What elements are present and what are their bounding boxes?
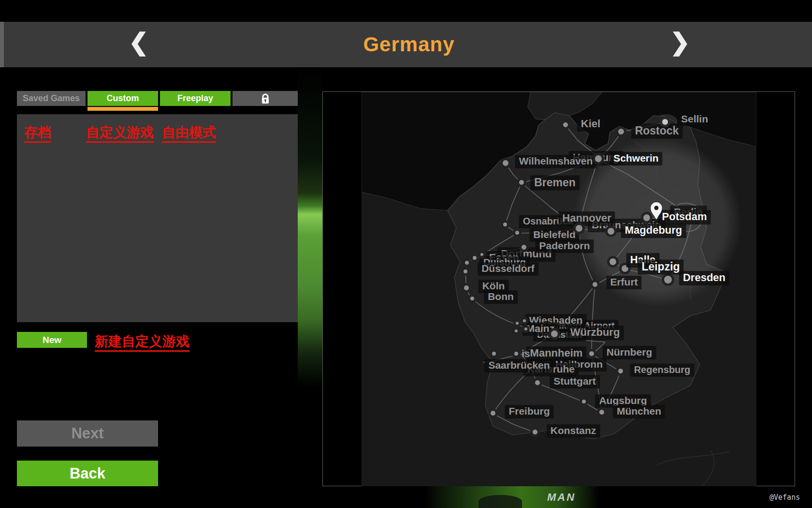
city-dot[interactable] [461, 267, 470, 276]
city-label-leipzig[interactable]: Leipzig [638, 260, 683, 275]
city-dot[interactable] [501, 220, 509, 229]
annotation-custom: 自定义游戏 [86, 125, 154, 143]
city-dot[interactable] [463, 258, 471, 267]
next-country-button[interactable]: ❯ [670, 28, 690, 56]
lock-icon [260, 93, 271, 104]
city-label-saarbr-cken[interactable]: Saarbrücken [484, 359, 553, 373]
city-label-kiel[interactable]: Kiel [577, 117, 604, 132]
city-label-d-sseldorf[interactable]: Düsseldorf [478, 262, 538, 276]
city-dot[interactable] [662, 273, 674, 286]
city-label-hannover[interactable]: Hannover [558, 211, 615, 226]
city-dot[interactable] [488, 408, 498, 418]
city-label-magdeburg[interactable]: Magdeburg [621, 224, 686, 238]
city-label-bonn[interactable]: Bonn [484, 290, 518, 304]
top-letterbox [0, 0, 812, 22]
annotation-new-game: 新建自定义游戏 [95, 334, 189, 352]
city-dot[interactable] [561, 120, 570, 130]
background-bus-image [298, 67, 322, 487]
city-dot[interactable] [512, 349, 521, 358]
city-dot[interactable] [513, 228, 522, 237]
city-label-wilhelmshaven[interactable]: Wilhelmshaven [515, 155, 597, 168]
city-label-stuttgart[interactable]: Stuttgart [550, 375, 600, 388]
city-dot[interactable] [530, 427, 540, 437]
city-dot[interactable] [533, 378, 542, 388]
city-dot[interactable] [590, 280, 600, 289]
city-dot[interactable] [605, 225, 617, 237]
city-dot[interactable] [468, 294, 477, 303]
chevron-right-icon: ❯ [670, 29, 690, 56]
saved-games-list-panel[interactable] [17, 114, 298, 322]
city-dot[interactable] [597, 407, 607, 417]
city-label-paderborn[interactable]: Paderborn [535, 239, 594, 253]
city-dot[interactable] [549, 328, 560, 340]
city-label-dresden[interactable]: Dresden [679, 271, 729, 285]
tab-custom[interactable]: Custom [87, 91, 158, 106]
city-dot[interactable] [490, 349, 498, 358]
city-dot[interactable] [660, 117, 670, 127]
city-dot[interactable] [478, 251, 486, 258]
city-label-w-rzburg[interactable]: Würzburg [566, 326, 624, 340]
city-dot[interactable] [616, 126, 626, 137]
city-dot[interactable] [616, 366, 625, 376]
city-dot[interactable] [593, 153, 604, 164]
bottom-letterbox: MAN @Vefans [0, 486, 812, 508]
city-dot[interactable] [607, 256, 619, 268]
header-edge-notch [0, 22, 4, 67]
city-label-potsdam[interactable]: Potsdam [658, 210, 711, 224]
city-dot[interactable] [587, 349, 596, 359]
back-button[interactable]: Back [17, 461, 158, 487]
city-dot[interactable] [522, 325, 530, 333]
city-dot[interactable] [580, 397, 588, 406]
page-title: Germany [363, 33, 454, 56]
city-label-freiburg[interactable]: Freiburg [505, 405, 553, 418]
city-dot[interactable] [519, 242, 529, 252]
watermark-text: @Vefans [769, 493, 800, 502]
city-label-rostock[interactable]: Rostock [631, 124, 683, 139]
city-label-schwerin[interactable]: Schwerin [609, 152, 662, 165]
chevron-left-icon: ❮ [129, 29, 149, 56]
tab-locked[interactable] [232, 91, 298, 106]
city-label-konstanz[interactable]: Konstanz [547, 424, 600, 438]
prev-country-button[interactable]: ❮ [129, 28, 149, 56]
annotation-freeplay: 自由模式 [162, 125, 216, 143]
city-dot[interactable] [517, 178, 526, 187]
city-dot[interactable] [641, 212, 652, 224]
active-tab-underline [87, 107, 158, 111]
background-truck-image: MAN [425, 486, 599, 508]
city-label-n-rnberg[interactable]: Nürnberg [603, 346, 656, 359]
city-dot[interactable] [512, 327, 520, 335]
city-dot[interactable] [573, 223, 585, 234]
game-screen: ❮ Germany ❯ Saved Games Custom Freeplay … [0, 0, 812, 508]
city-dot[interactable] [462, 283, 471, 293]
city-label-m-nchen[interactable]: München [613, 405, 665, 418]
city-dot[interactable] [513, 319, 521, 327]
truck-wheel-shadow [478, 495, 522, 508]
man-brand-logo: MAN [547, 491, 576, 504]
new-button[interactable]: New [17, 332, 87, 348]
city-dot[interactable] [500, 158, 511, 168]
city-label-bremen[interactable]: Bremen [530, 176, 580, 191]
tab-saved-games[interactable]: Saved Games [17, 91, 86, 106]
city-label-regensburg[interactable]: Regensburg [630, 364, 695, 377]
next-button[interactable]: Next [17, 420, 158, 447]
annotation-saved-games: 存档 [24, 125, 51, 143]
tab-freeplay[interactable]: Freeplay [160, 91, 231, 106]
city-dot[interactable] [521, 317, 528, 325]
city-label-erfurt[interactable]: Erfurt [606, 276, 641, 289]
